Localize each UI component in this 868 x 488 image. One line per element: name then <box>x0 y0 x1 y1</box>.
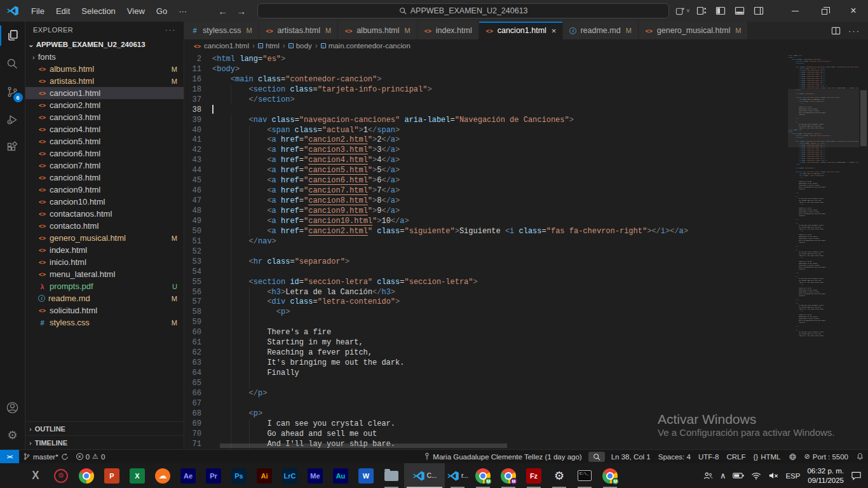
code-line[interactable]: 45<a href="cancion6.html">6</a> <box>184 175 788 186</box>
taskbar-filezilla[interactable]: Fz <box>521 463 546 488</box>
file-styless.css[interactable]: #styless.cssM <box>25 316 184 329</box>
taskbar-cloud-app[interactable]: ☁ <box>150 463 175 488</box>
taskbar-vscode-cancion[interactable]: C... <box>404 463 445 488</box>
editor-more-actions-icon[interactable]: ··· <box>848 26 860 36</box>
command-center-search[interactable]: APPWEB_EXAMEN_U2_240613 <box>257 3 669 18</box>
code-line[interactable]: 42<a href="cancion3.html">3</a> <box>184 145 788 155</box>
taskbar-x-app[interactable]: X <box>23 463 48 488</box>
problems-item[interactable]: ✕ 0 ⚠ 0 <box>72 450 109 464</box>
code-line[interactable]: 59 <box>184 317 788 327</box>
breadcrumb-html[interactable]: html <box>258 42 280 50</box>
sidebar-section-timeline[interactable]: ›TIMELINE <box>25 435 184 449</box>
code-line[interactable]: 43<a href="cancion4.html">4</a> <box>184 155 788 165</box>
menu-file[interactable]: File <box>25 0 50 22</box>
notification-center-icon[interactable] <box>851 471 862 480</box>
code-line[interactable]: 57<div class="letra-contenido"> <box>184 297 788 308</box>
restore-button[interactable] <box>810 0 839 22</box>
clock[interactable]: 06:32 p. m. 09/11/2025 <box>807 466 844 485</box>
source-control-icon[interactable]: 6 <box>0 78 25 105</box>
file-contactanos.html[interactable]: <>contactanos.html <box>25 208 184 220</box>
taskbar-chrome-profile-2[interactable]: M <box>496 463 521 488</box>
minimap[interactable]: <html lang="es"><body> <main class="cont… <box>788 52 859 449</box>
file-inicio.html[interactable]: <>inicio.html <box>25 256 184 268</box>
code-line[interactable]: 53<hr class="separador"> <box>184 257 788 267</box>
breadcrumb-main.contenedor-cancion[interactable]: main.contenedor-cancion <box>321 42 410 50</box>
taskbar-premiere[interactable]: Pr <box>201 463 226 488</box>
code-line[interactable]: 49<a href="cancion10.html">10</a> <box>184 216 788 226</box>
browser-preview-icon[interactable] <box>785 450 801 464</box>
code-line[interactable]: 60There's a fire <box>184 327 788 337</box>
breadcrumb-body[interactable]: body <box>288 42 312 50</box>
account-icon[interactable] <box>0 393 25 421</box>
file-cancion8.html[interactable]: <>cancion8.html <box>25 172 184 184</box>
code-line[interactable]: 11<body> <box>184 64 788 74</box>
tray-expand-chevron-icon[interactable]: ∧ <box>720 471 726 480</box>
tab-styless.css[interactable]: #styless.cssM <box>184 22 259 39</box>
toggle-secondary-sidebar-icon[interactable] <box>754 6 764 16</box>
menu-go[interactable]: Go <box>151 0 173 22</box>
code-line[interactable]: 65 <box>184 378 788 388</box>
file-readme.md[interactable]: ireadme.mdM <box>25 292 184 304</box>
forward-arrow-icon[interactable]: → <box>236 6 246 17</box>
breadcrumb-cancion1.html[interactable]: <>cancion1.html <box>193 42 249 50</box>
zoom-status-icon[interactable] <box>588 452 605 462</box>
taskbar-chrome[interactable] <box>74 463 99 488</box>
taskbar-lightroom-classic[interactable]: LrC <box>277 463 302 488</box>
wifi-icon[interactable] <box>751 472 761 480</box>
code-line[interactable]: 47<a href="cancion8.html">8</a> <box>184 196 788 206</box>
code-line[interactable]: 55<section id="seccion-letra" class="sec… <box>184 277 788 287</box>
code-line[interactable]: 68<p> <box>184 409 788 419</box>
code-line[interactable]: 51</nav> <box>184 236 788 247</box>
eol-item[interactable]: CRLF <box>722 450 749 464</box>
notifications-bell-icon[interactable] <box>852 450 868 464</box>
file-genero_musical.html[interactable]: <>genero_musical.htmlM <box>25 232 184 244</box>
code-line[interactable]: 50<a href="cancion2.html" class="siguien… <box>184 226 788 236</box>
code-line[interactable]: 52 <box>184 247 788 257</box>
menu-view[interactable]: View <box>121 0 151 22</box>
taskbar-chrome-profile-3[interactable]: M <box>597 463 623 488</box>
file-cancion6.html[interactable]: <>cancion6.html <box>25 147 184 159</box>
code-line[interactable]: 62Reaching a fever pitch, <box>184 348 788 358</box>
taskbar-audition[interactable]: Au <box>328 463 353 488</box>
remote-indicator[interactable]: >< <box>0 450 19 464</box>
code-line[interactable]: 41<a href="cancion2.html">2</a> <box>184 135 788 146</box>
run-debug-icon[interactable] <box>0 105 25 133</box>
code-line[interactable]: 69I can see you crystal clear. <box>184 419 788 429</box>
menu-[interactable]: ··· <box>173 0 193 22</box>
taskbar-powerpoint[interactable]: P <box>99 463 125 488</box>
file-contacto.html[interactable]: <>contacto.html <box>25 220 184 232</box>
taskbar-chrome-profile-1[interactable]: M <box>470 463 496 488</box>
explorer-actions-icon[interactable]: ··· <box>165 26 176 34</box>
code-line[interactable]: 58 <p> <box>184 307 788 317</box>
code-line[interactable]: 18<section class="tarjeta-info-principal… <box>184 85 788 95</box>
code-line[interactable]: 44<a href="cancion5.html">5</a> <box>184 165 788 175</box>
file-cancion7.html[interactable]: <>cancion7.html <box>25 159 184 172</box>
file-cancion4.html[interactable]: <>cancion4.html <box>25 123 184 135</box>
code-line[interactable]: 63It's bringing me out the dark. <box>184 358 788 368</box>
code-line[interactable]: 48<a href="cancion9.html">9</a> <box>184 206 788 216</box>
minimap-slider[interactable] <box>788 89 859 147</box>
indentation-item[interactable]: Spaces: 4 <box>654 450 695 464</box>
file-solicitud.html[interactable]: <>solicitud.html <box>25 304 184 316</box>
menu-selection[interactable]: Selection <box>76 0 121 22</box>
code-line[interactable]: 56<h3>Letra de la Canción</h3> <box>184 287 788 297</box>
customize-layout-icon[interactable] <box>696 6 707 16</box>
file-artistas.html[interactable]: <>artistas.htmlM <box>25 75 184 87</box>
code-line[interactable]: 37</section> <box>184 95 788 105</box>
code-line[interactable]: 40<span class="actual">1</span> <box>184 125 788 135</box>
taskbar-settings-app[interactable]: ⚙ <box>546 463 572 488</box>
code-line[interactable]: 38 <box>184 105 788 115</box>
taskbar-excel[interactable]: X <box>125 463 150 488</box>
new-window-dropdown-icon[interactable]: ˅ <box>675 6 689 16</box>
code-line[interactable]: 16<main class="contenedor-cancion"> <box>184 74 788 85</box>
code-line[interactable]: 54 <box>184 267 788 277</box>
toggle-primary-sidebar-icon[interactable] <box>715 6 726 16</box>
volume-muted-icon[interactable] <box>768 471 778 480</box>
close-tab-icon[interactable]: × <box>552 26 557 36</box>
language-mode-item[interactable]: {} HTML <box>750 450 785 464</box>
folder-fonts[interactable]: ›fonts <box>25 51 184 63</box>
taskbar-red-utility-app[interactable]: ⚙ <box>48 463 74 488</box>
tab-cancion1.html[interactable]: <>cancion1.html× <box>479 22 564 39</box>
close-button[interactable]: × <box>839 0 868 22</box>
taskbar-photoshop[interactable]: Ps <box>226 463 252 488</box>
